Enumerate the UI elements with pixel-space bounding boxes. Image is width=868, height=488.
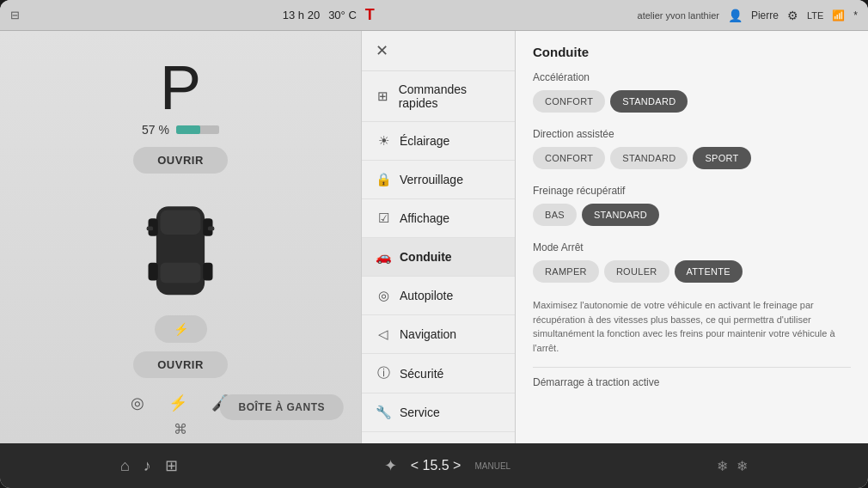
user-name: Pierre — [751, 9, 779, 21]
location-text: atelier yvon lanthier — [638, 10, 719, 21]
car-image-area — [103, 182, 258, 311]
commandes-icon: ⊞ — [376, 88, 390, 104]
direction-standard-btn[interactable]: STANDARD — [610, 147, 688, 169]
menu-item-service[interactable]: 🔧 Service — [362, 393, 515, 432]
mode-arret-options: RAMPER ROULER ATTENTE — [533, 260, 851, 283]
menu-panel: ✕ ⊞ Commandes rapides ☀ Éclairage 🔒 Verr… — [361, 31, 516, 443]
menu-item-securite[interactable]: ⓘ Sécurité — [362, 354, 515, 393]
settings-icon[interactable]: ⚙ — [787, 9, 798, 22]
bottom-bar-climate: ✦ < 15.5 > MANUEL — [384, 456, 510, 475]
camera-icon[interactable]: ◎ — [131, 393, 144, 412]
status-bar: ⊟ 13 h 20 30° C T atelier yvon lanthier … — [0, 0, 868, 31]
affichage-icon: ☑ — [376, 210, 391, 226]
open-top-button[interactable]: OUVRIR — [133, 147, 228, 174]
apps-icon: ⊞ — [165, 456, 178, 475]
traction-label: Démarrage à traction active — [533, 367, 851, 388]
battery-percent: 57 % — [142, 123, 169, 137]
acceleration-group: Accélération CONFORT STANDARD — [533, 71, 851, 113]
status-time: 13 h 20 — [283, 9, 320, 21]
music-nav-item[interactable]: ♪ — [144, 457, 151, 475]
menu-item-autopilote[interactable]: ◎ Autopilote — [362, 277, 515, 315]
menu-item-verrouillage[interactable]: 🔒 Verrouillage — [362, 161, 515, 199]
freinage-bas-btn[interactable]: BAS — [533, 204, 577, 226]
eclairage-icon: ☀ — [376, 133, 391, 149]
mode-rouler-btn[interactable]: ROULER — [604, 260, 669, 283]
freinage-standard-btn[interactable]: STANDARD — [582, 204, 659, 226]
mode-attente-btn[interactable]: ATTENTE — [675, 260, 743, 283]
menu-item-commandes[interactable]: ⊞ Commandes rapides — [362, 71, 515, 122]
temp-label: MANUEL — [474, 461, 510, 471]
navigation-label: Navigation — [400, 327, 456, 341]
menu-item-affichage[interactable]: ☑ Affichage — [362, 199, 515, 238]
apps-nav-item[interactable]: ⊞ — [165, 456, 178, 475]
bluetooth-icon: * — [853, 9, 858, 21]
left-panel: P 57 % OUVRIR — [0, 31, 361, 443]
svg-rect-6 — [203, 263, 212, 281]
glove-box-button[interactable]: BOÎTE À GANTS — [219, 394, 344, 420]
temp-display: < 15.5 > — [411, 458, 462, 473]
right-panel-title: Conduite — [533, 45, 851, 59]
navigation-icon: ◁ — [376, 326, 391, 342]
home-icon: ⌂ — [120, 457, 130, 475]
svg-rect-8 — [208, 227, 215, 231]
menu-close-button[interactable]: ✕ — [362, 31, 515, 71]
menu-item-logiciel[interactable]: ⬇ Logiciel — [362, 432, 515, 443]
bottom-bar: ⌂ ♪ ⊞ ✦ < 15.5 > MANUEL ❄ ❄ — [0, 443, 868, 488]
direction-options: CONFORT STANDARD SPORT — [533, 147, 851, 169]
direction-sport-btn[interactable]: SPORT — [693, 147, 750, 169]
svg-rect-2 — [161, 263, 201, 283]
user-icon: 👤 — [728, 9, 743, 22]
fan-item[interactable]: ✦ — [384, 456, 397, 475]
battery-fill — [176, 125, 201, 134]
screen-icon: ⊟ — [10, 9, 20, 21]
home-nav-item[interactable]: ⌂ — [120, 457, 130, 475]
mode-ramper-btn[interactable]: RAMPER — [533, 260, 599, 283]
temp-value[interactable]: < 15.5 > — [411, 458, 462, 473]
direction-group: Direction assistée CONFORT STANDARD SPOR… — [533, 128, 851, 169]
menu-item-conduite[interactable]: 🚗 Conduite — [362, 238, 515, 277]
acceleration-confort-btn[interactable]: CONFORT — [533, 90, 605, 113]
service-label: Service — [400, 406, 440, 419]
lightning-icon[interactable]: ⚡ — [168, 393, 187, 412]
eclairage-label: Éclairage — [400, 134, 449, 148]
acceleration-label: Accélération — [533, 71, 851, 83]
mode-arret-group: Mode Arrêt RAMPER ROULER ATTENTE — [533, 241, 851, 283]
verrouillage-label: Verrouillage — [400, 173, 463, 186]
close-icon: ✕ — [376, 41, 388, 60]
bottom-icons-row: ◎ ⚡ 🎤 — [131, 393, 230, 412]
defrost-rear-icon[interactable]: ❄ — [737, 458, 748, 474]
conduite-icon: 🚗 — [376, 249, 391, 265]
freinage-group: Freinage récupératif BAS STANDARD — [533, 185, 851, 226]
bottom-bar-nav: ⌂ ♪ ⊞ — [120, 456, 178, 475]
acceleration-options: CONFORT STANDARD — [533, 90, 851, 113]
status-bar-left: ⊟ — [10, 9, 20, 21]
park-indicator: P — [160, 57, 201, 119]
securite-icon: ⓘ — [376, 365, 391, 381]
menu-item-eclairage[interactable]: ☀ Éclairage — [362, 122, 515, 161]
wiper-icon[interactable]: ⌘ — [174, 421, 187, 437]
freinage-options: BAS STANDARD — [533, 204, 851, 226]
lte-indicator: LTE — [807, 10, 823, 21]
svg-rect-7 — [147, 227, 154, 231]
bottom-bar-defrost: ❄ ❄ — [717, 458, 748, 474]
securite-label: Sécurité — [400, 367, 443, 381]
fan-icon: ✦ — [384, 456, 397, 475]
commandes-label: Commandes rapides — [399, 82, 501, 110]
open-bottom-button[interactable]: OUVRIR — [133, 351, 228, 378]
autopilote-label: Autopilote — [400, 289, 453, 302]
tesla-logo: T — [365, 6, 375, 24]
description-text: Maximisez l'autonomie de votre véhicule … — [533, 298, 851, 355]
defrost-front-icon[interactable]: ❄ — [717, 458, 728, 474]
wiper-row: ⌘ — [17, 421, 344, 437]
menu-item-navigation[interactable]: ◁ Navigation — [362, 315, 515, 354]
service-icon: 🔧 — [376, 405, 391, 420]
music-icon: ♪ — [144, 457, 151, 475]
status-bar-right: atelier yvon lanthier 👤 Pierre ⚙ LTE 📶 * — [638, 9, 858, 22]
svg-rect-1 — [161, 210, 201, 235]
charge-button[interactable]: ⚡ — [155, 315, 207, 343]
acceleration-standard-btn[interactable]: STANDARD — [610, 90, 688, 113]
status-temp: 30° C — [328, 9, 357, 21]
battery-bar — [176, 125, 219, 134]
direction-confort-btn[interactable]: CONFORT — [533, 147, 605, 169]
verrouillage-icon: 🔒 — [376, 172, 391, 187]
